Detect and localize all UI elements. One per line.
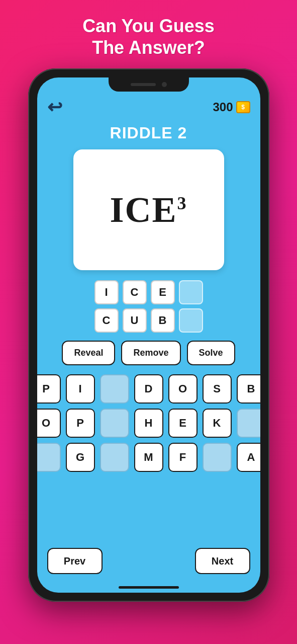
answer-tile-1-4[interactable] [179, 280, 203, 304]
action-buttons: Reveal Remove Solve [62, 341, 235, 365]
answer-area: I C E C U B [94, 280, 203, 333]
key-P[interactable]: P [37, 374, 61, 404]
key-row-2: O P H E K [37, 409, 260, 438]
key-P2[interactable]: P [66, 409, 95, 438]
answer-tile-1-2[interactable]: C [123, 280, 147, 304]
keyboard-area: P I D O S B O P H E K G [37, 374, 260, 472]
header-title: Can You Guess The Answer? [72, 0, 225, 68]
key-empty-6 [203, 443, 232, 472]
header-area: Can You Guess The Answer? [72, 0, 225, 68]
answer-tile-1-3[interactable]: E [151, 280, 175, 304]
key-empty-5 [100, 443, 129, 472]
prev-button[interactable]: Prev [47, 548, 103, 574]
phone-frame: ↩ 300 $ RIDDLE 2 ICE3 I C E C U [28, 68, 269, 602]
key-A[interactable]: A [237, 443, 260, 472]
riddle-equation: ICE3 [110, 189, 187, 231]
answer-row-2: C U B [94, 308, 203, 333]
key-M[interactable]: M [134, 443, 163, 472]
home-indicator [119, 586, 179, 589]
key-I[interactable]: I [66, 374, 95, 404]
key-empty-1 [100, 374, 129, 404]
key-row-1: P I D O S B [37, 374, 260, 404]
phone-screen: ↩ 300 $ RIDDLE 2 ICE3 I C E C U [37, 77, 260, 593]
coins-display: 300 $ [213, 100, 250, 114]
coins-value: 300 [213, 100, 233, 114]
coin-icon: $ [236, 101, 250, 113]
riddle-superscript: 3 [177, 193, 187, 213]
answer-tile-2-2[interactable]: U [123, 308, 147, 333]
answer-row-1: I C E [94, 280, 203, 304]
next-button[interactable]: Next [195, 548, 250, 574]
back-button[interactable]: ↩ [47, 97, 62, 118]
key-empty-3 [237, 409, 260, 438]
key-row-3: G M F A [37, 443, 260, 472]
answer-tile-2-3[interactable]: B [151, 308, 175, 333]
reveal-button[interactable]: Reveal [62, 341, 115, 365]
key-K[interactable]: K [203, 409, 232, 438]
key-empty-4 [37, 443, 61, 472]
nav-buttons: Prev Next [37, 548, 260, 574]
riddle-text: ICE [110, 190, 177, 230]
notch-speaker [131, 83, 156, 86]
notch-camera [162, 82, 167, 87]
phone-notch [109, 77, 189, 92]
key-B[interactable]: B [237, 374, 260, 404]
key-O[interactable]: O [168, 374, 197, 404]
solve-button[interactable]: Solve [187, 341, 235, 365]
riddle-title: RIDDLE 2 [110, 124, 187, 142]
answer-tile-2-1[interactable]: C [94, 308, 119, 333]
key-O2[interactable]: O [37, 409, 61, 438]
key-F[interactable]: F [168, 443, 197, 472]
remove-button[interactable]: Remove [121, 341, 180, 365]
answer-tile-1-1[interactable]: I [94, 280, 119, 304]
key-D[interactable]: D [134, 374, 163, 404]
key-S[interactable]: S [203, 374, 232, 404]
key-empty-2 [100, 409, 129, 438]
key-E[interactable]: E [168, 409, 197, 438]
answer-tile-2-4[interactable] [179, 308, 203, 333]
riddle-card: ICE3 [73, 149, 224, 270]
key-H[interactable]: H [134, 409, 163, 438]
key-G[interactable]: G [66, 443, 95, 472]
